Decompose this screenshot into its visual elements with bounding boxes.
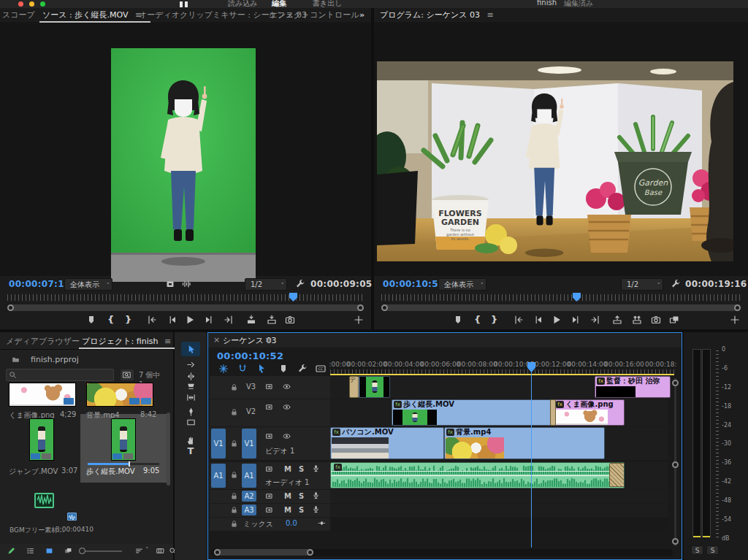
program-current-timecode[interactable]: 00:00:10:52 <box>383 279 445 289</box>
step-forward-icon[interactable] <box>204 315 214 325</box>
sync-lock-icon[interactable] <box>265 432 273 440</box>
lock-icon[interactable] <box>230 383 238 391</box>
timeline-clip-kantoku[interactable]: fx監督：砂田 治弥 <box>595 376 671 398</box>
comparison-view-icon[interactable] <box>669 315 679 325</box>
source-patch-a1[interactable]: A1 <box>211 464 226 488</box>
item-thumb-bgm[interactable] <box>34 493 54 508</box>
close-window-icon[interactable] <box>18 1 23 7</box>
panel-menu-icon[interactable]: ≡ <box>164 337 171 346</box>
menu-export[interactable]: 書き出し <box>313 0 342 8</box>
goto-in-icon[interactable] <box>514 315 524 325</box>
lock-icon[interactable] <box>230 408 238 416</box>
lock-icon[interactable] <box>230 440 238 448</box>
program-resolution-select[interactable]: 1/2˅ <box>621 278 663 291</box>
drag-audio-icon[interactable] <box>181 279 191 289</box>
nest-toggle-icon[interactable] <box>218 364 229 374</box>
mute-button[interactable]: M <box>284 506 291 514</box>
keyframe-nav-icon[interactable] <box>318 519 326 527</box>
lane-a1[interactable]: fx <box>330 462 668 489</box>
sync-lock-icon[interactable] <box>265 506 273 514</box>
play-icon[interactable] <box>185 315 195 325</box>
lane-a3[interactable] <box>330 504 668 517</box>
lane-v1[interactable]: fxパソコン.MOVfx背景.mp4 <box>330 427 668 460</box>
timeline-clip-kuma-fade[interactable] <box>550 399 556 426</box>
voiceover-mic-icon[interactable] <box>312 464 320 472</box>
project-file-name[interactable]: finish.prproj <box>31 355 79 364</box>
overwrite-icon[interactable] <box>267 315 277 325</box>
search-bin-button[interactable] <box>121 369 134 380</box>
lane-v3[interactable]: デfx監督：砂田 治弥 <box>330 376 668 399</box>
sync-lock-icon[interactable] <box>265 492 273 500</box>
source-current-timecode[interactable]: 00:00:07:15 <box>9 279 71 289</box>
export-frame-icon[interactable] <box>651 315 661 325</box>
track-eye-icon[interactable] <box>283 432 291 440</box>
track-label[interactable]: V3 <box>246 383 256 391</box>
voiceover-mic-icon[interactable] <box>312 491 320 499</box>
tab-source-clip[interactable]: ソース : 歩く縦長.MOV ≡ <box>42 8 142 23</box>
mark-in-icon[interactable]: { <box>107 315 114 325</box>
sync-lock-icon[interactable] <box>265 403 273 411</box>
lock-icon[interactable] <box>230 471 238 479</box>
lane-v2[interactable]: fx歩く縦長.MOVfxくま画像.png <box>330 399 668 426</box>
menu-import[interactable]: 読み込み <box>228 0 257 8</box>
step-forward-icon[interactable] <box>570 315 581 325</box>
timeline-clip-pasokon[interactable]: fxパソコン.MOV <box>330 427 444 459</box>
tab-overflow-chevron-icon[interactable]: » <box>359 8 365 23</box>
mark-in-icon[interactable]: { <box>474 315 481 325</box>
lane-mix[interactable] <box>330 518 668 531</box>
source-zoom-select[interactable]: 全体表示˅ <box>64 278 112 291</box>
export-frame-icon[interactable] <box>285 315 295 325</box>
zoom-window-icon[interactable] <box>40 1 45 7</box>
goto-in-icon[interactable] <box>147 315 157 325</box>
timeline-settings-wrench-icon[interactable] <box>297 364 308 374</box>
goto-out-icon[interactable] <box>590 315 600 325</box>
lock-icon[interactable] <box>230 520 238 528</box>
source-resolution-select[interactable]: 1/2˅ <box>245 278 287 291</box>
lock-icon[interactable] <box>230 506 238 514</box>
panel-menu-icon[interactable]: ≡ <box>265 335 272 345</box>
mark-out-icon[interactable]: } <box>491 315 497 325</box>
mark-out-icon[interactable]: } <box>125 315 131 325</box>
timeline-clip-haikei[interactable]: fx背景.mp4 <box>444 427 605 459</box>
program-zoom-select[interactable]: 全体表示˅ <box>438 278 486 291</box>
item-name[interactable]: 歩く縦長.MOV <box>86 467 135 477</box>
extract-icon[interactable] <box>632 315 642 325</box>
solo-button[interactable]: S <box>299 506 304 514</box>
zoom-slider[interactable] <box>82 551 122 552</box>
timeline-timecode[interactable]: 00:00:10:52 <box>217 350 283 361</box>
program-scrub-ruler[interactable] <box>381 294 741 301</box>
step-back-icon[interactable] <box>167 315 178 325</box>
tab-project[interactable]: プロジェクト: finish ≡ <box>82 334 171 350</box>
track-name[interactable]: オーディオ 1 <box>265 477 309 488</box>
tool-selection[interactable] <box>181 342 200 356</box>
mute-button[interactable]: M <box>284 492 291 500</box>
search-input[interactable] <box>6 369 114 381</box>
sync-lock-icon[interactable] <box>265 383 273 391</box>
button-editor-plus-icon[interactable] <box>354 315 364 325</box>
target-v1[interactable]: V1 <box>242 429 256 459</box>
solo-button[interactable]: S <box>299 465 304 473</box>
tool-type[interactable]: T <box>181 444 200 459</box>
step-back-icon[interactable] <box>533 315 543 325</box>
lane-a2[interactable] <box>330 490 668 503</box>
item-name[interactable]: ジャンプ.MOV <box>9 467 58 477</box>
tab-program[interactable]: プログラム: シーケンス 03 ≡ <box>380 8 494 23</box>
target-a3[interactable]: A3 <box>242 505 256 515</box>
timeline-clip-kuma[interactable]: fxくま画像.png <box>554 399 625 426</box>
track-name[interactable]: ビデオ 1 <box>265 446 294 456</box>
close-tab-icon[interactable]: × <box>213 335 220 345</box>
timeline-clip-audio[interactable]: fx <box>330 462 625 488</box>
tab-scope[interactable]: スコープ <box>2 8 35 23</box>
program-scrollbar[interactable] <box>381 304 741 311</box>
sort-icon[interactable] <box>135 547 143 555</box>
tab-media-browser[interactable]: メディアブラウザー <box>6 334 80 350</box>
solo-left-button[interactable]: S <box>691 545 703 555</box>
lock-icon[interactable] <box>230 492 238 500</box>
timeline-vscrollbar[interactable] <box>674 378 676 546</box>
list-view-icon[interactable] <box>26 547 34 555</box>
panel-menu-icon[interactable]: ≡ <box>487 10 494 20</box>
freeform-view-icon[interactable] <box>64 547 72 555</box>
menu-edit[interactable]: 編集 <box>272 0 286 8</box>
tool-rectangle[interactable] <box>181 415 200 429</box>
tool-slip[interactable] <box>181 390 200 404</box>
